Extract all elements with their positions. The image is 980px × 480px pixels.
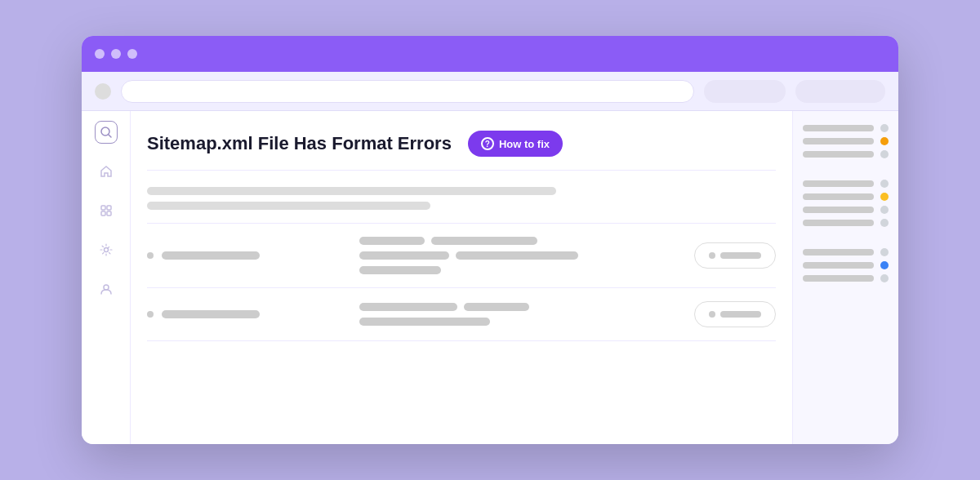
row-center-line-2a [359,303,678,311]
tag-1c [359,251,449,260]
rp-line-2-4 [803,220,874,226]
right-panel [792,111,898,444]
row-action-2 [694,301,776,327]
browser-window: Sitemap.xml File Has Format Errors ? How… [82,36,898,444]
rp-group-1 [803,124,889,163]
rp-line-1-1 [803,125,874,131]
table-row [147,288,776,341]
question-mark-icon: ? [481,137,494,150]
rp-line-3-2 [803,262,874,269]
data-section [147,223,776,341]
row-dot-2 [147,311,154,318]
row-center-line-1a [359,237,678,245]
rp-row-3-1 [803,248,889,256]
rp-dot-2-2 [880,193,889,201]
rp-dot-2-3 [880,206,889,214]
page-header: Sitemap.xml File Has Format Errors ? How… [147,131,776,171]
subtitle-line-2 [147,202,430,210]
tag-1d [456,251,578,260]
traffic-light-1[interactable] [95,49,105,59]
rp-row-3-2 [803,261,889,269]
grid-icon [100,204,113,217]
subtitle-line-1 [147,187,556,195]
rp-row-3-3 [803,274,889,282]
how-to-fix-label: How to fix [499,138,550,150]
rp-dot-3-1 [880,248,889,256]
subtitle-area [147,187,776,210]
svg-rect-4 [101,211,105,216]
main-layout: Sitemap.xml File Has Format Errors ? How… [82,111,898,444]
traffic-light-3[interactable] [127,49,137,59]
row-center-line-1b [359,251,678,260]
sidebar-item-grid[interactable] [95,199,118,222]
title-bar [82,36,898,72]
rp-line-3-1 [803,249,874,256]
sidebar-item-settings[interactable] [95,238,118,261]
page-title: Sitemap.xml File Has Format Errors [147,133,452,154]
row-action-1 [694,242,776,269]
favicon-circle [95,83,111,100]
row-center-line-1c [359,266,678,274]
tag-2a [359,303,457,311]
rp-dot-1-1 [880,124,889,132]
settings-icon [100,243,113,256]
rp-line-2-2 [803,193,874,200]
rp-row-1-2 [803,137,889,145]
rp-row-2-3 [803,206,889,214]
action-dot-2 [709,311,715,318]
rp-row-1-1 [803,124,889,132]
row-left-1 [147,251,343,260]
how-to-fix-button[interactable]: ? How to fix [468,131,563,157]
rp-line-1-3 [803,151,874,158]
address-bar[interactable] [121,80,694,103]
browser-button-1[interactable] [704,80,786,103]
browser-chrome [82,72,898,111]
traffic-light-2[interactable] [111,49,121,59]
rp-dot-3-3 [880,274,889,282]
rp-dot-3-2 [880,261,889,269]
rp-dot-1-3 [880,150,889,158]
sidebar-item-search[interactable] [95,121,118,144]
sidebar-item-user[interactable] [95,278,118,300]
svg-rect-5 [107,211,111,216]
sidebar [82,111,131,444]
rp-row-2-1 [803,180,889,188]
action-text-1 [720,252,761,259]
rp-row-2-4 [803,219,889,227]
rp-row-1-3 [803,150,889,158]
rp-dot-2-4 [880,219,889,227]
rp-line-2-3 [803,207,874,213]
action-dot-1 [709,252,715,259]
rp-group-3 [803,248,889,287]
rp-group-2 [803,180,889,232]
tag-1a [359,237,425,245]
row-dot-1 [147,252,154,259]
table-row [147,224,776,288]
action-text-2 [720,311,761,318]
browser-button-2[interactable] [795,80,885,103]
tag-1b [431,237,537,245]
tag-1e [359,266,441,274]
svg-point-7 [104,285,109,290]
action-button-1[interactable] [694,242,776,269]
rp-dot-1-2 [880,137,889,145]
row-center-2 [359,303,678,326]
svg-rect-2 [101,206,105,210]
tag-2c [359,318,490,326]
rp-line-3-3 [803,275,874,282]
rp-line-2-1 [803,180,874,187]
content-area: Sitemap.xml File Has Format Errors ? How… [131,111,792,444]
home-icon [100,165,113,178]
user-icon [100,282,113,296]
rp-dot-2-1 [880,180,889,188]
action-button-2[interactable] [694,301,776,327]
row-label-2 [162,310,260,318]
row-center-line-2b [359,318,678,326]
search-icon [100,126,113,139]
row-left-2 [147,310,343,318]
svg-line-1 [109,135,111,137]
row-center-1 [359,237,678,274]
rp-row-2-2 [803,193,889,201]
sidebar-item-home[interactable] [95,160,118,183]
tag-2b [464,303,529,311]
